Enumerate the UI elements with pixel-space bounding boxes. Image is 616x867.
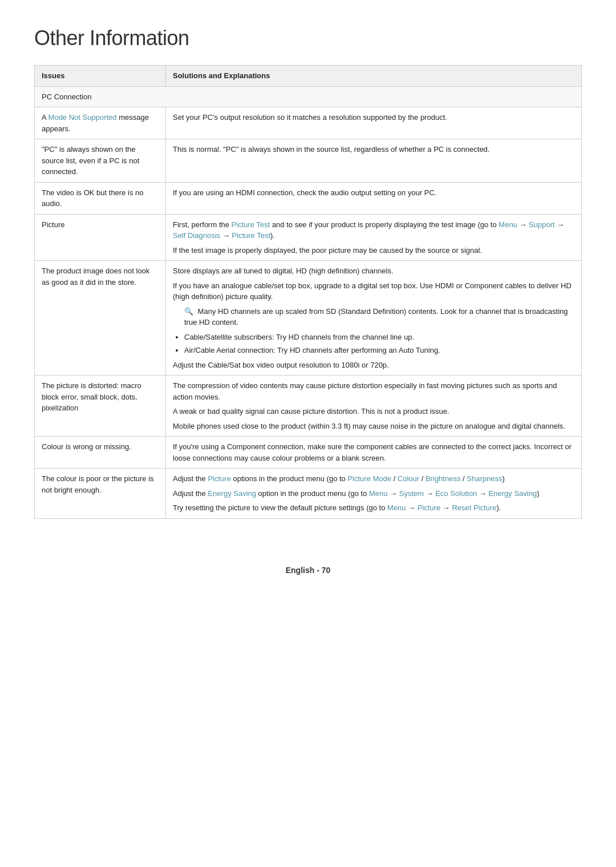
system-link[interactable]: System — [399, 489, 424, 498]
issue-cell: The video is OK but there is no audio. — [35, 182, 166, 214]
page-title: Other Information — [34, 23, 582, 54]
col-issues: Issues — [35, 66, 166, 87]
solution-cell: If you are using an HDMI connection, che… — [166, 182, 582, 214]
issue-cell: The colour is poor or the picture is not… — [35, 469, 166, 519]
picture-link[interactable]: Picture — [208, 474, 230, 483]
menu-link3[interactable]: Menu — [387, 503, 406, 512]
eco-solution-link[interactable]: Eco Solution — [435, 489, 477, 498]
sharpness-link[interactable]: Sharpness — [467, 474, 502, 483]
menu-link2[interactable]: Menu — [369, 489, 388, 498]
issue-cell: The product image does not look as good … — [35, 261, 166, 376]
table-row: Picture First, perform the Picture Test … — [35, 214, 582, 261]
footer: English - 70 — [34, 564, 582, 576]
reset-picture-link[interactable]: Reset Picture — [452, 503, 496, 512]
mode-not-supported-link[interactable]: Mode Not Supported — [48, 113, 117, 122]
table-row: "PC" is always shown on the source list,… — [35, 139, 582, 183]
issue-cell: A Mode Not Supported message appears. — [35, 107, 166, 139]
table-row: Colour is wrong or missing. If you're us… — [35, 437, 582, 469]
section-pc-connection: PC Connection — [35, 86, 582, 107]
picture-test-link[interactable]: Picture Test — [232, 220, 270, 229]
issue-cell: Colour is wrong or missing. — [35, 437, 166, 469]
solution-cell: The compression of video contents may ca… — [166, 376, 582, 437]
list-item: Cable/Satellite subscribers: Try HD chan… — [184, 332, 574, 343]
solution-cell: Store displays are all tuned to digital,… — [166, 261, 582, 376]
table-row: The product image does not look as good … — [35, 261, 582, 376]
solution-cell: If you're using a Component connection, … — [166, 437, 582, 469]
colour-link[interactable]: Colour — [398, 474, 419, 483]
table-row: The video is OK but there is no audio. I… — [35, 182, 582, 214]
solution-cell: Set your PC's output resolution so it ma… — [166, 107, 582, 139]
table-row: The colour is poor or the picture is not… — [35, 469, 582, 519]
table-row: The picture is distorted: macro block er… — [35, 376, 582, 437]
list-item: Air/Cable Aerial connection: Try HD chan… — [184, 345, 574, 356]
table-row: A Mode Not Supported message appears. Se… — [35, 107, 582, 139]
support-link[interactable]: Support — [529, 220, 555, 229]
energy-saving-link2[interactable]: Energy Saving — [489, 489, 537, 498]
self-diagnosis-link[interactable]: Self Diagnosis — [173, 231, 220, 240]
picture-link2[interactable]: Picture — [418, 503, 440, 512]
main-table: Issues Solutions and Explanations PC Con… — [34, 65, 582, 519]
col-solutions: Solutions and Explanations — [166, 66, 582, 87]
issue-cell: The picture is distorted: macro block er… — [35, 376, 166, 437]
picture-mode-link[interactable]: Picture Mode — [347, 474, 391, 483]
brightness-link[interactable]: Brightness — [425, 474, 460, 483]
issue-cell: "PC" is always shown on the source list,… — [35, 139, 166, 183]
solution-cell: This is normal. "PC" is always shown in … — [166, 139, 582, 183]
footer-text: English - 70 — [286, 566, 331, 575]
solution-cell: First, perform the Picture Test and to s… — [166, 214, 582, 261]
section-header-label: PC Connection — [35, 86, 582, 107]
menu-link[interactable]: Menu — [499, 220, 517, 229]
picture-test-link2[interactable]: Picture Test — [232, 231, 270, 240]
energy-saving-link[interactable]: Energy Saving — [208, 489, 256, 498]
note-icon: 🔍 — [184, 306, 193, 317]
solution-cell: Adjust the Picture options in the produc… — [166, 469, 582, 519]
issue-cell: Picture — [35, 214, 166, 261]
